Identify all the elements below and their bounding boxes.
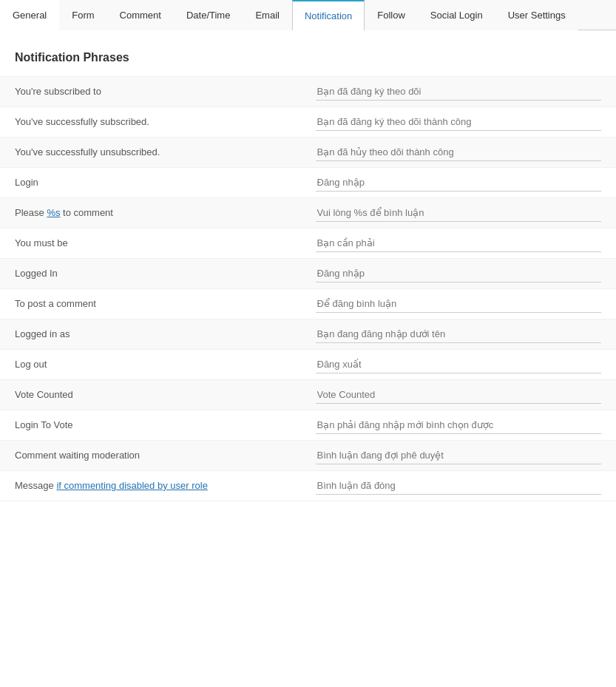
- phrase-input-field[interactable]: [316, 416, 602, 434]
- phrase-row: You've successfully subscribed.: [0, 106, 616, 137]
- phrase-label: You must be: [15, 237, 308, 250]
- phrase-input-field[interactable]: [316, 325, 602, 343]
- tab-follow[interactable]: Follow: [365, 0, 418, 30]
- phrase-row: You've successfully unsubscribed.: [0, 137, 616, 167]
- phrase-label: To post a comment: [15, 297, 308, 311]
- phrase-input-field[interactable]: [316, 83, 602, 101]
- phrase-input-field[interactable]: [316, 447, 602, 464]
- phrase-input-container: [308, 447, 602, 464]
- section-title: Notification Phrases: [0, 45, 616, 76]
- phrase-row: Logged in as: [0, 319, 616, 349]
- phrase-input-container: [308, 416, 602, 434]
- phrase-input-field[interactable]: [316, 265, 602, 282]
- tab-form[interactable]: Form: [59, 0, 106, 30]
- phrase-input-container: [308, 356, 602, 373]
- phrase-row: Message if commenting disabled by user r…: [0, 470, 616, 501]
- phrase-input-container: [308, 83, 602, 101]
- phrase-label: You've successfully unsubscribed.: [15, 146, 308, 159]
- phrase-label: You're subscribed to: [15, 85, 308, 98]
- phrase-input-container: [308, 477, 602, 495]
- tab-datetime[interactable]: Date/Time: [174, 0, 243, 30]
- phrase-label: Login To Vote: [15, 419, 308, 432]
- phrase-row: Login: [0, 167, 616, 197]
- phrase-row: You're subscribed to: [0, 76, 616, 106]
- phrase-input-field[interactable]: [316, 204, 602, 222]
- phrase-input-field[interactable]: [316, 234, 602, 252]
- phrase-label-link: %s: [47, 207, 60, 218]
- phrase-input-field[interactable]: [316, 295, 602, 313]
- phrase-input-container: [308, 113, 602, 131]
- phrase-row: Logged In: [0, 258, 616, 288]
- phrase-label-link: if commenting disabled by user role: [56, 480, 208, 491]
- phrase-label: Comment waiting moderation: [15, 449, 308, 462]
- content-area: Notification Phrases You're subscribed t…: [0, 30, 616, 516]
- phrase-input-field[interactable]: [316, 113, 602, 131]
- phrase-label: You've successfully subscribed.: [15, 115, 308, 129]
- phrase-label: Message if commenting disabled by user r…: [15, 479, 308, 493]
- tab-general[interactable]: General: [0, 0, 59, 30]
- tab-bar: GeneralFormCommentDate/TimeEmailNotifica…: [0, 0, 616, 30]
- phrases-list: You're subscribed toYou've successfully …: [0, 76, 616, 501]
- phrase-input-container: [308, 234, 602, 252]
- phrase-input-field[interactable]: [316, 356, 602, 373]
- phrase-row: You must be: [0, 228, 616, 258]
- phrase-input-container: [308, 295, 602, 313]
- phrase-input-field[interactable]: [316, 143, 602, 161]
- phrase-input-container: [308, 204, 602, 222]
- phrase-input-field[interactable]: [316, 477, 602, 495]
- phrase-row: Login To Vote: [0, 410, 616, 440]
- phrase-label: Logged in as: [15, 328, 308, 341]
- phrase-input-field[interactable]: [316, 386, 602, 404]
- phrase-row: To post a comment: [0, 288, 616, 319]
- phrase-label: Please %s to comment: [15, 206, 308, 220]
- phrase-input-container: [308, 386, 602, 404]
- phrase-label: Login: [15, 176, 308, 189]
- phrase-row: Log out: [0, 349, 616, 379]
- phrase-label: Logged In: [15, 267, 308, 280]
- phrase-input-container: [308, 143, 602, 161]
- phrase-row: Comment waiting moderation: [0, 440, 616, 470]
- tab-social-login[interactable]: Social Login: [418, 0, 495, 30]
- phrase-input-container: [308, 174, 602, 192]
- phrase-label: Log out: [15, 358, 308, 371]
- tab-notification[interactable]: Notification: [292, 0, 365, 30]
- tab-user-settings[interactable]: User Settings: [495, 0, 578, 30]
- phrase-row: Vote Counted: [0, 379, 616, 410]
- phrase-input-field[interactable]: [316, 174, 602, 192]
- phrase-label: Vote Counted: [15, 388, 308, 402]
- phrase-input-container: [308, 265, 602, 282]
- phrase-row: Please %s to comment: [0, 197, 616, 228]
- tab-comment[interactable]: Comment: [107, 0, 174, 30]
- tab-email[interactable]: Email: [243, 0, 292, 30]
- phrase-input-container: [308, 325, 602, 343]
